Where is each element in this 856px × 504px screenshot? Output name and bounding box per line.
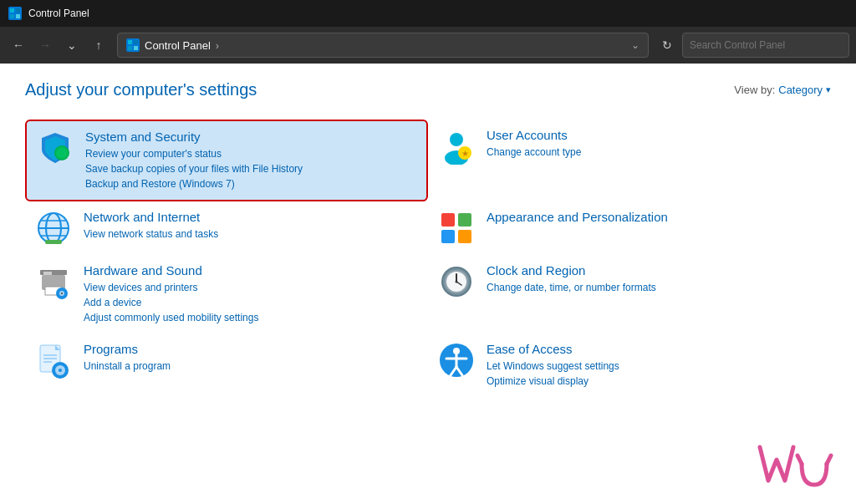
- watermark: [756, 439, 839, 496]
- network-internet-title[interactable]: Network and Internet: [84, 210, 418, 224]
- svg-rect-5: [134, 40, 138, 44]
- category-appearance[interactable]: Appearance and Personalization: [428, 201, 831, 255]
- svg-rect-24: [458, 230, 471, 243]
- user-accounts-title[interactable]: User Accounts: [487, 128, 821, 142]
- network-internet-info: Network and Internet View network status…: [84, 210, 418, 242]
- svg-rect-21: [441, 213, 455, 227]
- network-internet-icon: [35, 210, 72, 247]
- svg-rect-0: [10, 8, 14, 13]
- view-by-control: View by: Category ▾: [734, 84, 831, 96]
- categories-grid: System and Security Review your computer…: [25, 120, 831, 397]
- hardware-sound-link-3[interactable]: Adjust commonly used mobility settings: [84, 310, 418, 325]
- category-hardware-sound[interactable]: Hardware and Sound View devices and prin…: [25, 255, 428, 333]
- svg-point-10: [450, 133, 463, 146]
- svg-rect-23: [441, 230, 455, 243]
- category-system-security[interactable]: System and Security Review your computer…: [25, 120, 428, 201]
- svg-line-53: [827, 456, 831, 464]
- view-by-arrow-icon[interactable]: ▾: [826, 84, 831, 95]
- address-icon: [126, 38, 140, 52]
- svg-rect-7: [134, 46, 138, 50]
- svg-rect-1: [16, 8, 20, 13]
- user-accounts-link-1[interactable]: Change account type: [487, 145, 821, 160]
- svg-point-45: [59, 369, 62, 372]
- page-header: Adjust your computer's settings View by:…: [25, 80, 831, 99]
- user-accounts-icon: ★: [438, 128, 475, 165]
- svg-point-31: [61, 293, 63, 294]
- programs-link-1[interactable]: Uninstall a program: [84, 359, 418, 374]
- back-button[interactable]: ←: [7, 33, 30, 57]
- system-security-icon: [37, 130, 74, 166]
- category-network-internet[interactable]: Network and Internet View network status…: [25, 201, 428, 255]
- clock-region-info: Clock and Region Change date, time, or n…: [487, 263, 821, 295]
- category-programs[interactable]: Programs Uninstall a program: [25, 333, 428, 397]
- up-button[interactable]: ↑: [87, 33, 110, 57]
- svg-rect-20: [45, 240, 62, 244]
- svg-point-38: [456, 281, 458, 283]
- ease-of-access-link-1[interactable]: Let Windows suggest settings: [487, 359, 821, 374]
- system-security-info: System and Security Review your computer…: [85, 130, 416, 191]
- ease-of-access-link-2[interactable]: Optimize visual display: [487, 374, 821, 389]
- address-dropdown-icon[interactable]: ⌄: [631, 39, 639, 51]
- hardware-sound-link-2[interactable]: Add a device: [84, 295, 418, 310]
- category-user-accounts[interactable]: ★ User Accounts Change account type: [428, 120, 831, 201]
- refresh-button[interactable]: ↻: [655, 33, 679, 57]
- hardware-sound-info: Hardware and Sound View devices and prin…: [84, 263, 418, 325]
- hardware-sound-title[interactable]: Hardware and Sound: [84, 263, 418, 277]
- hardware-sound-icon: [35, 263, 72, 300]
- svg-rect-22: [458, 213, 471, 227]
- svg-rect-2: [10, 14, 14, 18]
- view-by-label: View by:: [734, 84, 775, 96]
- network-internet-link-1[interactable]: View network status and tasks: [84, 227, 418, 242]
- hardware-sound-link-1[interactable]: View devices and printers: [84, 280, 418, 295]
- app-icon: [8, 7, 22, 20]
- ease-of-access-info: Ease of Access Let Windows suggest setti…: [487, 342, 821, 389]
- svg-rect-4: [128, 40, 132, 44]
- view-by-dropdown[interactable]: Category: [778, 84, 823, 96]
- window-title: Control Panel: [28, 8, 89, 19]
- category-ease-of-access[interactable]: Ease of Access Let Windows suggest setti…: [428, 333, 831, 397]
- clock-region-icon: [438, 263, 475, 300]
- system-security-link-3[interactable]: Backup and Restore (Windows 7): [85, 176, 416, 191]
- address-path: Control Panel: [145, 39, 211, 52]
- svg-text:★: ★: [461, 149, 469, 158]
- system-security-link-2[interactable]: Save backup copies of your files with Fi…: [85, 161, 416, 176]
- address-bar[interactable]: Control Panel › ⌄: [117, 33, 649, 58]
- programs-icon: [35, 342, 72, 379]
- programs-info: Programs Uninstall a program: [84, 342, 418, 374]
- main-content: Adjust your computer's settings View by:…: [0, 64, 856, 504]
- nav-bar: ← → ⌄ ↑ Control Panel › ⌄ ↻: [0, 27, 856, 64]
- appearance-info: Appearance and Personalization: [487, 210, 821, 227]
- recent-button[interactable]: ⌄: [60, 33, 84, 57]
- svg-rect-6: [128, 46, 132, 50]
- system-security-title[interactable]: System and Security: [85, 130, 416, 144]
- svg-rect-27: [43, 272, 52, 275]
- programs-title[interactable]: Programs: [84, 342, 418, 356]
- appearance-icon: [438, 210, 475, 247]
- forward-button[interactable]: →: [33, 33, 57, 57]
- clock-region-link-1[interactable]: Change date, time, or number formats: [487, 280, 821, 295]
- svg-line-52: [797, 456, 802, 464]
- svg-point-9: [56, 147, 68, 159]
- user-accounts-info: User Accounts Change account type: [487, 128, 821, 160]
- ease-of-access-icon: [438, 342, 475, 379]
- clock-region-title[interactable]: Clock and Region: [487, 263, 821, 277]
- svg-rect-3: [16, 14, 20, 18]
- system-security-link-1[interactable]: Review your computer's status: [85, 146, 416, 161]
- search-box[interactable]: [682, 33, 849, 58]
- ease-of-access-title[interactable]: Ease of Access: [487, 342, 821, 356]
- category-clock-region[interactable]: Clock and Region Change date, time, or n…: [428, 255, 831, 333]
- search-input[interactable]: [690, 39, 842, 51]
- page-title: Adjust your computer's settings: [25, 80, 257, 99]
- appearance-title[interactable]: Appearance and Personalization: [487, 210, 821, 224]
- title-bar: Control Panel: [0, 0, 856, 27]
